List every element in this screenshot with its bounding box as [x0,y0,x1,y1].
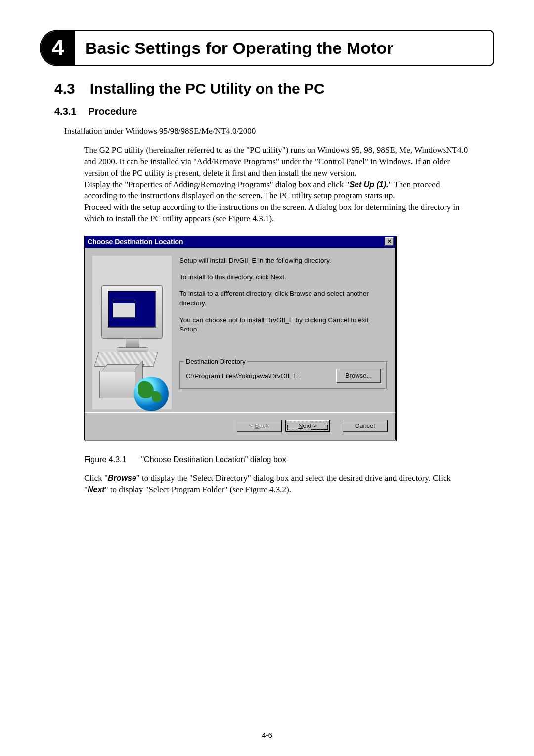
para2-pre: Click " [84,473,108,483]
install-environment-header: Installation under Windows 95/98/98SE/Me… [64,126,494,136]
back-accel: B [255,422,259,429]
figure-caption: Figure 4.3.1"Choose Destination Location… [84,455,494,464]
back-post: ack [259,422,269,429]
destination-directory-group: Destination Directory C:\Program Files\Y… [179,361,387,389]
chapter-number-badge: 4 [41,31,75,65]
para1b-bold: Set Up (1). [349,180,388,189]
post-figure-paragraph: Click "Browse" to display the "Select Di… [84,473,475,496]
chapter-header: 4 Basic Settings for Operating the Motor [40,30,494,66]
chapter-title: Basic Settings for Operating the Motor [75,39,393,58]
para1a: The G2 PC utility (hereinafter referred … [84,145,468,178]
dialog-title: Choose Destination Location [88,238,183,246]
destination-path: C:\Program Files\Yokogawa\DrvGII_E [186,371,298,381]
back-pre: < [249,422,255,429]
subsection-heading: 4.3.1Procedure [54,106,494,117]
browse-button[interactable]: Browse... [336,369,381,383]
para2-post: " to display "Select Program Folder" (se… [105,485,291,494]
choose-destination-dialog: Choose Destination Location ✕ Setup will… [84,236,396,440]
close-icon: ✕ [387,239,392,244]
dialog-text: Setup will install DrvGII_E in the follo… [179,256,387,409]
figure-number: Figure 4.3.1 [84,455,126,464]
procedure-paragraph: The G2 PC utility (hereinafter referred … [84,145,475,225]
close-button[interactable]: ✕ [385,237,394,246]
section-number: 4.3 [54,80,75,97]
para1c: Proceed with the setup according to the … [84,202,460,223]
browse-post: owse... [352,372,372,379]
dialog-line4: You can choose not to install DrvGII_E b… [179,315,387,334]
dialog-line3: To install to a different directory, cli… [179,289,387,308]
para1b-pre: Display the "Properties of Adding/Removi… [84,180,349,189]
page-number: 4-6 [0,731,534,739]
dialog-titlebar[interactable]: Choose Destination Location ✕ [85,236,395,248]
subsection-number: 4.3.1 [54,106,76,117]
dialog-body: Setup will install DrvGII_E in the follo… [85,248,395,412]
section-title: Installing the PC Utility on the PC [90,80,325,96]
destination-legend: Destination Directory [184,357,248,367]
next-accel: N [298,422,303,429]
wizard-image [92,256,172,409]
dialog-button-row: < Back Next > Cancel [85,412,395,440]
globe-icon [134,377,169,411]
cancel-button[interactable]: Cancel [343,420,387,432]
next-button[interactable]: Next > [285,420,330,432]
dialog-line1: Setup will install DrvGII_E in the follo… [179,256,387,266]
box-icon [99,371,136,398]
dialog-line2: To install to this directory, click Next… [179,272,387,282]
para2-next-bold: Next [88,485,105,494]
figure-caption-text: "Choose Destination Location" dialog box [141,455,286,464]
browse-pre: B [345,372,350,379]
subsection-title: Procedure [88,106,137,117]
back-button[interactable]: < Back [237,420,281,432]
section-heading: 4.3Installing the PC Utility on the PC [54,80,494,97]
para2-browse-bold: Browse [108,474,136,482]
monitor-icon [101,285,163,339]
next-post: ext > [303,422,317,429]
